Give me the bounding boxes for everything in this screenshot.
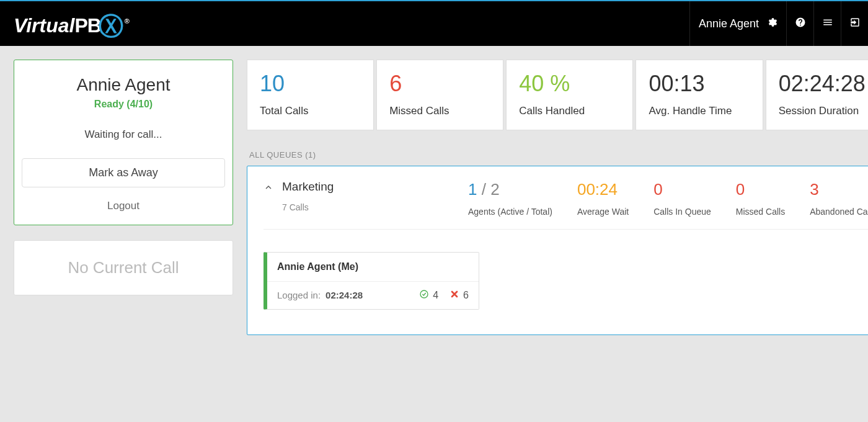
stat-label: Avg. Handle Time — [649, 105, 750, 117]
metric-value: 00:24 — [577, 180, 629, 199]
agent-waiting-text: Waiting for call... — [22, 128, 225, 141]
x-icon — [450, 289, 459, 302]
signout-button[interactable] — [841, 1, 868, 46]
agent-status-card: Annie Agent Ready (4/10) Waiting for cal… — [14, 60, 233, 225]
metric-value: 0 — [653, 180, 711, 199]
stat-calls-handled: 40 % Calls Handled — [506, 60, 633, 130]
brand-pbx: PB — [74, 14, 100, 37]
stat-value: 6 — [389, 71, 490, 96]
brand-swoosh-icon: Ⓧ — [99, 9, 123, 43]
brand-logo: VirtualPBⓍ® — [14, 7, 128, 41]
agent-status-text: Ready (4/10) — [22, 99, 225, 110]
no-current-call-panel: No Current Call — [14, 240, 233, 295]
stat-value: 40 % — [519, 71, 620, 96]
metric-calls-in-queue: 0 Calls In Queue — [653, 180, 711, 217]
stat-label: Missed Calls — [389, 105, 490, 117]
sidebar: Annie Agent Ready (4/10) Waiting for cal… — [14, 60, 233, 335]
menu-button[interactable] — [813, 1, 841, 46]
queue-name: Marketing — [282, 180, 468, 194]
agent-missed-count: 6 — [463, 290, 469, 301]
help-icon — [795, 17, 806, 30]
metric-missed-calls: 0 Missed Calls — [736, 180, 785, 217]
agent-handled-count: 4 — [433, 290, 438, 301]
stat-session-duration: 02:24:28 Session Duration — [766, 60, 868, 130]
stat-total-calls: 10 Total Calls — [247, 60, 374, 130]
topbar-user-name: Annie Agent — [699, 17, 759, 30]
stat-label: Session Duration — [779, 105, 868, 117]
agent-name: Annie Agent — [22, 75, 225, 95]
top-bar-right: Annie Agent — [689, 1, 868, 46]
logged-in-label: Logged in: — [277, 290, 321, 300]
stat-value: 00:13 — [649, 71, 750, 96]
queue-calls-summary: 7 Calls — [282, 202, 468, 212]
all-queues-header: ALL QUEUES (1) — [249, 150, 868, 159]
agent-detail-card: Annie Agent (Me) Logged in: 02:24:28 4 — [264, 252, 479, 310]
logout-button[interactable]: Logout — [22, 194, 225, 218]
metric-agents: 1 / 2 Agents (Active / Total) — [468, 180, 552, 217]
stat-label: Calls Handled — [519, 105, 620, 117]
brand-registered-icon: ® — [125, 17, 130, 25]
check-circle-icon — [419, 289, 429, 302]
agent-missed-stat: 6 — [450, 289, 469, 302]
hamburger-icon — [822, 17, 833, 30]
gear-icon — [766, 17, 777, 31]
top-bar: VirtualPBⓍ® Annie Agent — [0, 0, 868, 46]
brand-virtual: Virtual — [14, 14, 74, 37]
stat-value: 10 — [260, 71, 361, 96]
stats-row: 10 Total Calls 6 Missed Calls 40 % Calls… — [247, 60, 868, 130]
metric-value: 1 / 2 — [468, 180, 552, 199]
stat-missed-calls: 6 Missed Calls — [376, 60, 503, 130]
metric-average-wait: 00:24 Average Wait — [577, 180, 629, 217]
metric-abandoned-calls: 3 Abandoned Calls — [810, 180, 868, 217]
main-area: Annie Agent Ready (4/10) Waiting for cal… — [0, 46, 868, 349]
metric-label: Abandoned Calls — [810, 207, 868, 217]
metric-value: 3 — [810, 180, 868, 199]
topbar-user-menu[interactable]: Annie Agent — [689, 1, 786, 46]
agent-handled-stat: 4 — [419, 289, 438, 302]
stat-avg-handle-time: 00:13 Avg. Handle Time — [636, 60, 763, 130]
help-button[interactable] — [786, 1, 813, 46]
stat-label: Total Calls — [260, 105, 361, 117]
queue-info: Marketing 7 Calls — [282, 180, 468, 212]
agents-total: 2 — [490, 180, 499, 199]
svg-point-0 — [420, 290, 428, 298]
queue-panel: Marketing 7 Calls 1 / 2 Agents (Active /… — [247, 166, 868, 335]
queue-collapse-toggle[interactable] — [264, 180, 282, 195]
chevron-up-icon — [264, 184, 273, 194]
agent-detail-name: Annie Agent (Me) — [267, 253, 479, 282]
queue-metrics: 1 / 2 Agents (Active / Total) 00:24 Aver… — [468, 180, 868, 217]
content-area: 10 Total Calls 6 Missed Calls 40 % Calls… — [247, 60, 868, 335]
agents-active: 1 — [468, 180, 477, 199]
logged-in-time: 02:24:28 — [326, 290, 363, 300]
metric-label: Missed Calls — [736, 207, 785, 217]
agent-detail-row: Logged in: 02:24:28 4 6 — [267, 282, 479, 309]
metric-label: Calls In Queue — [653, 207, 711, 217]
agents-separator: / — [477, 180, 490, 199]
stat-value: 02:24:28 — [779, 71, 868, 96]
metric-label: Agents (Active / Total) — [468, 207, 552, 217]
queue-header-row: Marketing 7 Calls 1 / 2 Agents (Active /… — [264, 180, 868, 230]
metric-label: Average Wait — [577, 207, 629, 217]
metric-value: 0 — [736, 180, 785, 199]
signout-icon — [849, 17, 861, 30]
mark-away-button[interactable]: Mark as Away — [22, 158, 225, 187]
